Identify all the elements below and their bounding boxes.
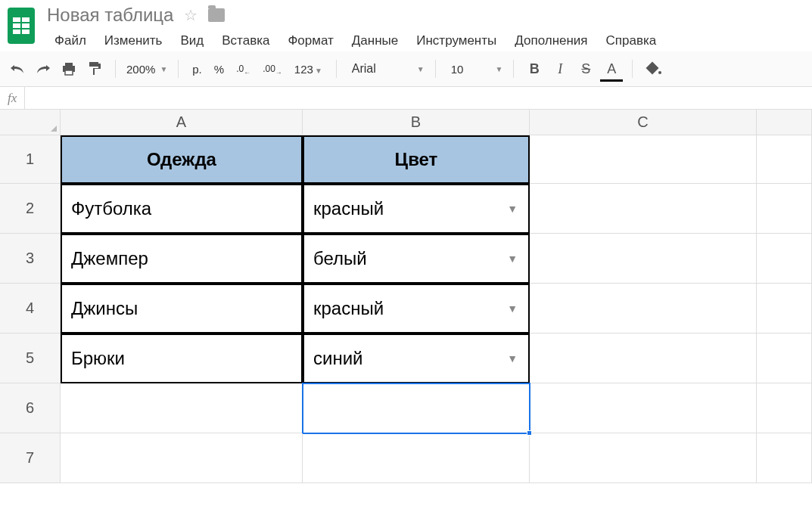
menu-addons[interactable]: Дополнения	[507, 30, 595, 51]
select-all-corner[interactable]	[0, 110, 61, 135]
move-folder-icon[interactable]	[208, 8, 225, 22]
column-header-c[interactable]: C	[530, 110, 757, 135]
cell-value: красный	[313, 198, 384, 219]
cell-b3[interactable]: белый ▼	[303, 234, 530, 284]
cell-b6[interactable]	[303, 383, 530, 433]
toolbar: 200% ▼ р. % .0← .00→ 123▼ Arial ▼ 10 ▼ B…	[0, 51, 812, 87]
fill-color-button[interactable]	[643, 59, 663, 79]
dropdown-arrow-icon[interactable]: ▼	[507, 253, 518, 265]
cell-d6[interactable]	[757, 383, 812, 433]
cell-d5[interactable]	[757, 334, 812, 383]
cell-c3[interactable]	[530, 234, 757, 284]
dropdown-arrow-icon[interactable]: ▼	[507, 203, 518, 215]
cell-a3[interactable]: Джемпер	[61, 234, 303, 284]
font-size-value: 10	[446, 63, 468, 76]
svg-rect-0	[65, 63, 73, 66]
cell-a4[interactable]: Джинсы	[61, 284, 303, 334]
column-header-d[interactable]	[757, 110, 812, 135]
cell-d7[interactable]	[757, 433, 812, 483]
row-header-3[interactable]: 3	[0, 234, 61, 284]
column-header-a[interactable]: A	[61, 110, 303, 135]
cell-d3[interactable]	[757, 234, 812, 284]
format-percent-button[interactable]: %	[211, 63, 227, 76]
row-header-1[interactable]: 1	[0, 135, 61, 184]
svg-rect-3	[89, 62, 98, 67]
cell-value: белый	[313, 248, 367, 269]
row-header-6[interactable]: 6	[0, 383, 61, 433]
cell-a5[interactable]: Брюки	[61, 334, 303, 383]
row-header-2[interactable]: 2	[0, 184, 61, 234]
cell-c1[interactable]	[530, 135, 757, 184]
cell-b4[interactable]: красный ▼	[303, 284, 530, 334]
star-icon[interactable]: ☆	[184, 6, 198, 24]
menu-help[interactable]: Справка	[599, 30, 664, 51]
cell-c7[interactable]	[530, 433, 757, 483]
menu-data[interactable]: Данные	[344, 30, 406, 51]
menu-file[interactable]: Файл	[47, 30, 94, 51]
cell-b1[interactable]: Цвет	[303, 135, 530, 184]
bold-button[interactable]: B	[524, 59, 544, 79]
undo-icon[interactable]	[8, 59, 27, 79]
zoom-value: 200%	[126, 63, 155, 76]
decrease-decimal-button[interactable]: .0←	[233, 61, 254, 76]
dropdown-arrow-icon[interactable]: ▼	[507, 303, 518, 315]
menu-format[interactable]: Формат	[280, 30, 341, 51]
cell-c4[interactable]	[530, 284, 757, 334]
menu-insert[interactable]: Вставка	[214, 30, 277, 51]
cell-d4[interactable]	[757, 284, 812, 334]
print-icon[interactable]	[59, 59, 79, 79]
cell-b7[interactable]	[303, 433, 530, 483]
cell-d2[interactable]	[757, 184, 812, 234]
cell-d1[interactable]	[757, 135, 812, 184]
more-formats-button[interactable]: 123▼	[291, 63, 325, 76]
menu-bar: Файл Изменить Вид Вставка Формат Данные …	[47, 30, 664, 51]
spreadsheet-grid[interactable]: A B C 1 Одежда Цвет 2 Футболка красный ▼…	[0, 110, 812, 483]
fx-icon: fx	[0, 87, 25, 109]
increase-decimal-button[interactable]: .00→	[260, 61, 285, 76]
caret-down-icon: ▼	[495, 65, 502, 73]
svg-rect-2	[65, 70, 73, 75]
caret-down-icon: ▼	[417, 65, 425, 73]
cell-c2[interactable]	[530, 184, 757, 234]
cell-a1[interactable]: Одежда	[61, 135, 303, 184]
font-size-select[interactable]: 10 ▼	[446, 63, 503, 76]
dropdown-arrow-icon[interactable]: ▼	[507, 352, 518, 365]
caret-down-icon: ▼	[160, 65, 167, 73]
cell-a6[interactable]	[61, 383, 303, 433]
sheets-logo-icon[interactable]	[8, 8, 35, 44]
cell-c6[interactable]	[530, 383, 757, 433]
text-color-button[interactable]: A	[602, 59, 621, 79]
cell-value: синий	[313, 348, 362, 369]
italic-button[interactable]: I	[550, 59, 570, 79]
menu-tools[interactable]: Инструменты	[409, 30, 504, 51]
cell-a7[interactable]	[61, 433, 303, 483]
strikethrough-button[interactable]: S	[576, 59, 596, 79]
cell-value: красный	[313, 298, 384, 319]
format-currency-button[interactable]: р.	[189, 63, 205, 76]
cell-a2[interactable]: Футболка	[61, 184, 303, 234]
paint-format-icon[interactable]	[85, 59, 104, 79]
column-header-b[interactable]: B	[303, 110, 530, 135]
row-header-4[interactable]: 4	[0, 284, 61, 334]
cell-b2[interactable]: красный ▼	[303, 184, 530, 234]
row-header-5[interactable]: 5	[0, 334, 61, 383]
formula-input[interactable]	[25, 87, 812, 109]
cell-c5[interactable]	[530, 334, 757, 383]
cell-b5[interactable]: синий ▼	[303, 334, 530, 383]
menu-edit[interactable]: Изменить	[97, 30, 170, 51]
document-title[interactable]: Новая таблица	[47, 5, 173, 26]
row-header-7[interactable]: 7	[0, 433, 61, 483]
menu-view[interactable]: Вид	[173, 30, 211, 51]
selection-handle[interactable]	[527, 430, 532, 436]
title-bar: Новая таблица ☆ Файл Изменить Вид Вставк…	[0, 0, 812, 51]
redo-icon[interactable]	[33, 59, 53, 79]
formula-bar: fx	[0, 87, 812, 110]
font-name-value: Arial	[347, 62, 381, 76]
zoom-select[interactable]: 200% ▼	[126, 63, 167, 76]
font-family-select[interactable]: Arial ▼	[347, 62, 425, 76]
